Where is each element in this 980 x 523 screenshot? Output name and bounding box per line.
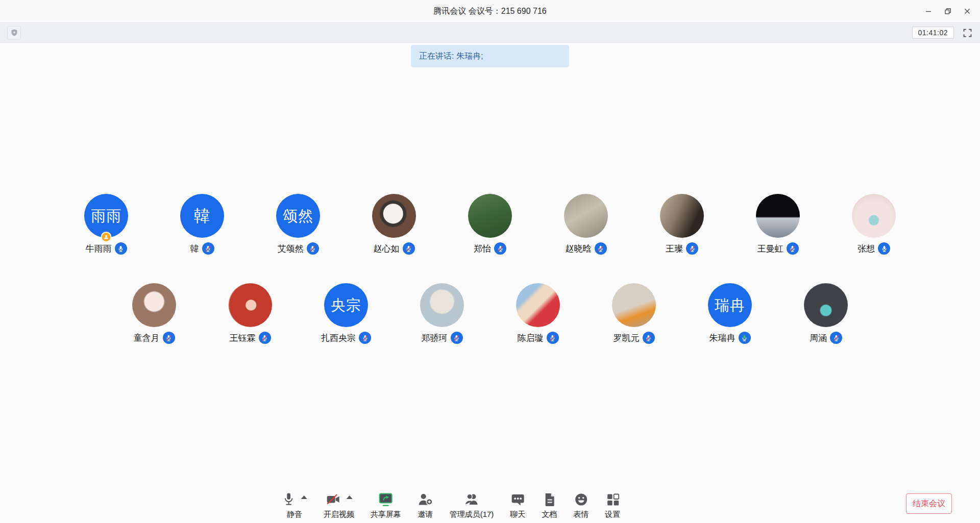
mic-status-icon (403, 242, 415, 255)
mic-status-icon (643, 332, 655, 344)
mic-status-icon (686, 242, 698, 255)
participant-row-2: 童含月 王钰霖 (0, 283, 980, 344)
document-button[interactable]: 文档 (542, 490, 557, 519)
participant-name: 赵晓晗 (566, 243, 592, 255)
avatar-initials: 韓 (194, 208, 211, 224)
minimize-button[interactable] (919, 4, 938, 19)
invite-button[interactable]: 邀请 (418, 490, 433, 519)
participant-name: 王璨 (666, 243, 683, 255)
settings-icon (605, 492, 620, 507)
participant-tile[interactable]: 王曼虹 (730, 194, 826, 255)
avatar-photo-alpaca (564, 194, 608, 238)
avatar-photo-silhouette (660, 194, 704, 238)
camera-off-icon (325, 493, 340, 506)
mic-status-icon (163, 332, 175, 344)
mic-status-icon (259, 332, 271, 344)
participant-name: 陈启璇 (518, 332, 544, 344)
avatar-initials: 颂然 (283, 209, 313, 223)
avatar: 央宗 (324, 283, 368, 327)
document-icon (543, 492, 555, 507)
mic-options-caret-icon[interactable] (301, 495, 307, 499)
close-button[interactable] (958, 4, 977, 19)
status-strip: 01:41:02 (0, 22, 980, 43)
chat-button[interactable]: 聊天 (510, 490, 525, 519)
participant-name: 王曼虹 (757, 243, 783, 255)
avatar-photo-masked-anime-boy (804, 283, 848, 327)
participant-tile[interactable]: 王钰霖 (202, 283, 298, 344)
mic-status-icon (307, 242, 319, 255)
video-options-caret-icon[interactable] (346, 495, 352, 499)
manage-members-button[interactable]: 管理成员(17) (450, 490, 494, 519)
participant-name: 罗凯元 (614, 332, 640, 344)
window-controls (919, 0, 977, 22)
participant-row-1: 雨雨 牛雨雨 韓 韓 (0, 194, 980, 255)
participant-name: 韓 (190, 243, 199, 255)
minimize-icon (925, 8, 932, 15)
participant-tile[interactable]: 张想 (826, 194, 922, 255)
chat-icon (510, 492, 525, 507)
restore-icon (944, 8, 951, 15)
avatar-photo-panda (372, 194, 416, 238)
avatar-photo-cartoon-shinchan (516, 283, 560, 327)
meeting-timer: 01:41:02 (912, 27, 954, 39)
participant-tile[interactable]: 雨雨 牛雨雨 (58, 194, 154, 255)
participant-tile[interactable]: 周涵 (778, 283, 874, 344)
speaking-banner: 正在讲话: 朱瑞冉; (411, 45, 569, 67)
participant-name: 张想 (857, 243, 875, 255)
participant-name: 朱瑞冉 (709, 332, 736, 344)
security-shield-button[interactable] (7, 26, 21, 40)
mic-status-icon (115, 242, 127, 255)
avatar-photo-escalator (612, 283, 656, 327)
restore-button[interactable] (938, 4, 958, 19)
end-meeting-button[interactable]: 结束会议 (906, 493, 952, 514)
participant-name: 艾颂然 (278, 243, 304, 255)
participant-name: 牛雨雨 (86, 243, 112, 255)
emoji-button[interactable]: 表情 (573, 490, 589, 519)
avatar: 颂然 (276, 194, 320, 238)
participant-tile[interactable]: 陈启璇 (490, 283, 586, 344)
participant-tile[interactable]: 瑞冉 朱瑞冉 (682, 283, 778, 344)
emoji-icon (574, 492, 588, 507)
close-icon (964, 8, 971, 15)
mic-status-icon (547, 332, 559, 344)
titlebar: 腾讯会议 会议号：215 690 716 (0, 0, 980, 22)
mic-status-icon (739, 332, 751, 344)
avatar-photo-anime-girl (132, 283, 176, 327)
mic-status-icon (202, 242, 214, 255)
settings-button[interactable]: 设置 (605, 490, 620, 519)
mic-status-icon (451, 332, 463, 344)
participant-tile[interactable]: 颂然 艾颂然 (250, 194, 346, 255)
participant-tile[interactable]: 央宗 扎西央宗 (298, 283, 394, 344)
avatar: 瑞冉 (708, 283, 752, 327)
mic-status-icon (494, 242, 506, 255)
avatar-initials: 央宗 (331, 298, 361, 313)
mic-status-icon (878, 242, 890, 255)
participant-tile[interactable]: 郑怡 (442, 194, 538, 255)
share-screen-icon (378, 492, 394, 507)
share-screen-button[interactable]: 共享屏幕 (371, 490, 401, 519)
participant-tile[interactable]: 王璨 (634, 194, 730, 255)
fullscreen-button[interactable] (962, 28, 973, 38)
mute-button[interactable]: 静音 (282, 490, 307, 519)
invite-icon (418, 492, 433, 507)
mic-status-icon (787, 242, 799, 255)
participant-tile[interactable]: 童含月 (106, 283, 202, 344)
avatar-initials: 瑞冉 (715, 298, 745, 313)
meeting-toolbar: 静音 开启视频 共享 (282, 490, 621, 519)
start-video-button[interactable]: 开启视频 (324, 490, 354, 519)
participant-tile[interactable]: 赵晓晗 (538, 194, 634, 255)
participant-tile[interactable]: 赵心如 (346, 194, 442, 255)
participant-tile[interactable]: 韓 韓 (154, 194, 250, 255)
window-title: 腾讯会议 会议号：215 690 716 (433, 6, 546, 17)
mic-status-icon (830, 332, 842, 344)
members-icon (463, 492, 480, 507)
avatar-photo-pink-plush-mask (852, 194, 896, 238)
host-badge-icon (101, 232, 112, 242)
participant-tile[interactable]: 郑骄珂 (394, 283, 490, 344)
participant-name: 郑怡 (474, 243, 491, 255)
mic-status-icon (359, 332, 371, 344)
participant-tile[interactable]: 罗凯元 (586, 283, 682, 344)
participant-name: 赵心如 (374, 243, 400, 255)
mic-icon (282, 492, 296, 507)
mic-status-icon (595, 242, 607, 255)
